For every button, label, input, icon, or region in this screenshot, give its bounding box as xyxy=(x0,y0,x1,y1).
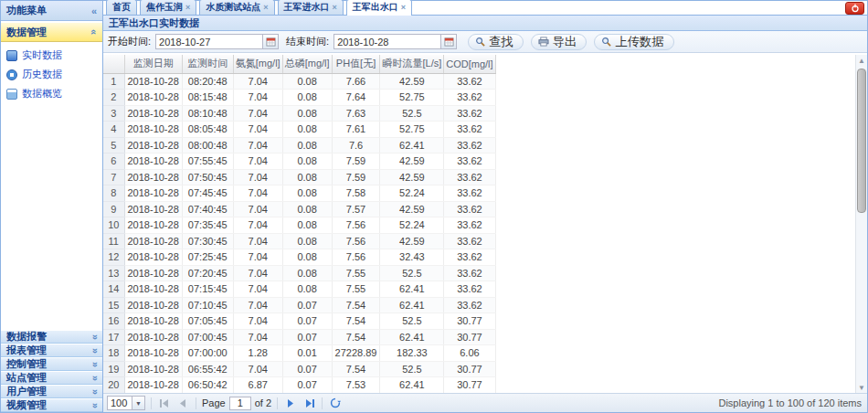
sidebar-section-header[interactable]: 报表管理 « xyxy=(1,344,102,357)
column-header[interactable]: 氨氮[mg/l] xyxy=(233,55,282,73)
prev-page-button[interactable] xyxy=(175,396,190,410)
row-number: 5 xyxy=(103,137,124,154)
realtime-data-icon xyxy=(6,50,17,61)
column-header[interactable]: 瞬时流量[L/s] xyxy=(380,55,444,73)
table-cell: 2018-10-28 xyxy=(124,297,182,313)
table-cell: 08:15:48 xyxy=(182,90,233,106)
table-row[interactable]: 15 2018-10-2807:10:457.040.077.5462.4133… xyxy=(103,297,495,313)
table-row[interactable]: 4 2018-10-2808:05:487.040.087.6152.7533.… xyxy=(103,122,495,138)
table-cell: 7.53 xyxy=(332,377,380,394)
table-cell: 32.43 xyxy=(380,249,444,266)
table-cell: 08:20:48 xyxy=(182,73,233,90)
table-cell: 2018-10-28 xyxy=(124,233,182,249)
sidebar-section-header[interactable]: 控制管理 « xyxy=(1,357,102,371)
table-row[interactable]: 18 2018-10-2807:00:001.280.0127228.89182… xyxy=(103,345,495,362)
sidebar-header: 功能菜单 « xyxy=(1,1,102,21)
tab[interactable]: 王军进水口 × xyxy=(278,0,344,15)
sidebar-title: 功能菜单 xyxy=(6,4,47,17)
table-row[interactable]: 6 2018-10-2807:55:457.040.087.5942.5933.… xyxy=(103,154,495,170)
table-cell: 52.5 xyxy=(380,265,444,281)
sidebar-item[interactable]: 历史数据 xyxy=(6,68,97,81)
column-header[interactable]: 监测时间 xyxy=(182,55,233,73)
row-number: 2 xyxy=(103,90,124,106)
table-cell: 6.06 xyxy=(444,345,495,362)
next-page-button[interactable] xyxy=(283,396,298,410)
table-row[interactable]: 13 2018-10-2807:20:457.040.087.5552.533.… xyxy=(103,265,495,281)
table-row[interactable]: 20 2018-10-2806:50:426.870.077.5362.4130… xyxy=(103,377,495,394)
table-cell: 42.59 xyxy=(380,73,444,90)
table-cell: 7.04 xyxy=(233,137,282,154)
last-page-button[interactable] xyxy=(302,396,316,410)
table-row[interactable]: 17 2018-10-2807:00:457.040.077.5462.4130… xyxy=(103,329,495,345)
sidebar-section-header[interactable]: 用户管理 « xyxy=(1,385,102,398)
row-number: 18 xyxy=(103,345,124,362)
tab[interactable]: 焦作玉润 × xyxy=(140,0,196,15)
table-cell: 33.62 xyxy=(444,169,495,185)
search-icon xyxy=(601,37,611,47)
upload-data-button[interactable]: 上传数据 xyxy=(594,34,673,50)
table-row[interactable]: 1 2018-10-2808:20:487.040.087.6642.5933.… xyxy=(103,73,495,90)
row-number: 12 xyxy=(103,249,124,266)
end-time-input[interactable] xyxy=(333,34,441,49)
table-row[interactable]: 19 2018-10-2806:55:427.040.077.5452.530.… xyxy=(103,361,495,377)
sidebar-item[interactable]: 实时数据 xyxy=(6,48,97,62)
search-button[interactable]: 查找 xyxy=(468,34,524,50)
table-row[interactable]: 9 2018-10-2807:40:457.040.087.5742.5933.… xyxy=(103,201,495,217)
table-row[interactable]: 14 2018-10-2807:15:457.040.087.5562.4133… xyxy=(103,281,495,298)
logout-button[interactable] xyxy=(845,2,864,15)
start-time-input[interactable] xyxy=(155,34,263,49)
scroll-up-icon[interactable]: ▲ xyxy=(856,55,867,66)
table-cell: 33.62 xyxy=(444,281,495,298)
calendar-icon[interactable] xyxy=(441,34,457,49)
table-row[interactable]: 8 2018-10-2807:45:457.040.087.5852.2433.… xyxy=(103,185,495,202)
search-icon xyxy=(475,37,485,47)
table-row[interactable]: 16 2018-10-2807:05:457.040.077.5452.530.… xyxy=(103,313,495,330)
sidebar-section-header[interactable]: 数据报警 « xyxy=(1,330,102,344)
row-number: 8 xyxy=(103,185,124,202)
column-header[interactable]: 总磷[mg/l] xyxy=(282,55,332,73)
sidebar-section-header[interactable]: 视频管理 « xyxy=(1,398,102,412)
table-row[interactable]: 3 2018-10-2808:10:487.040.087.6352.533.6… xyxy=(103,105,495,122)
vertical-scrollbar[interactable]: ▲ ▼ xyxy=(855,55,867,393)
table-cell: 06:50:42 xyxy=(182,377,233,394)
column-header[interactable]: 监测日期 xyxy=(124,55,182,73)
page-size-combo[interactable]: 100 ▼ xyxy=(107,396,145,410)
sidebar-item[interactable]: 数据概览 xyxy=(6,87,97,101)
table-cell: 2018-10-28 xyxy=(124,201,182,217)
table-row[interactable]: 2 2018-10-2808:15:487.040.087.6452.7533.… xyxy=(103,90,495,106)
table-cell: 07:15:45 xyxy=(182,281,233,298)
scroll-down-icon[interactable]: ▼ xyxy=(856,382,867,393)
table-row[interactable]: 11 2018-10-2807:30:457.040.087.5642.5933… xyxy=(103,233,495,249)
column-header[interactable]: PH值[无] xyxy=(332,55,380,73)
tab[interactable]: 首页 xyxy=(106,0,137,15)
column-header[interactable]: COD[mg/l] xyxy=(444,55,495,73)
table-cell: 7.55 xyxy=(332,281,380,298)
tab-close-icon[interactable]: × xyxy=(401,4,406,11)
table-row[interactable]: 5 2018-10-2808:00:487.040.087.662.4133.6… xyxy=(103,137,495,154)
first-page-button[interactable] xyxy=(157,396,172,410)
chevron-down-icon[interactable]: ▼ xyxy=(132,397,144,409)
sidebar-section-header-active[interactable]: 数据管理 « xyxy=(1,23,102,42)
tab[interactable]: 水质测试站点 × xyxy=(199,0,274,15)
tab-close-icon[interactable]: × xyxy=(263,4,268,11)
table-cell: 7.59 xyxy=(332,169,380,185)
calendar-icon[interactable] xyxy=(263,34,279,49)
table-row[interactable]: 7 2018-10-2807:50:457.040.087.5942.5933.… xyxy=(103,169,495,185)
table-row[interactable]: 10 2018-10-2807:35:457.040.087.5652.2433… xyxy=(103,217,495,234)
tab-label: 王军进水口 xyxy=(284,1,330,14)
page-number-input[interactable] xyxy=(229,397,251,410)
table-cell: 7.04 xyxy=(233,201,282,217)
collapse-left-icon[interactable]: « xyxy=(91,6,97,16)
row-number: 11 xyxy=(103,233,124,249)
table-cell: 7.56 xyxy=(332,217,380,234)
export-button[interactable]: 导出 xyxy=(531,34,587,50)
tab[interactable]: 王军出水口 × xyxy=(346,0,412,16)
table-row[interactable]: 12 2018-10-2807:25:457.040.087.5632.4333… xyxy=(103,249,495,266)
tab-close-icon[interactable]: × xyxy=(185,4,190,11)
tab-close-icon[interactable]: × xyxy=(333,4,337,11)
refresh-button[interactable] xyxy=(328,396,343,410)
sidebar-section-header[interactable]: 站点管理 « xyxy=(1,371,102,385)
prev-page-icon xyxy=(179,399,186,408)
table-cell: 2018-10-28 xyxy=(124,73,182,90)
scrollbar-thumb[interactable] xyxy=(857,69,866,213)
